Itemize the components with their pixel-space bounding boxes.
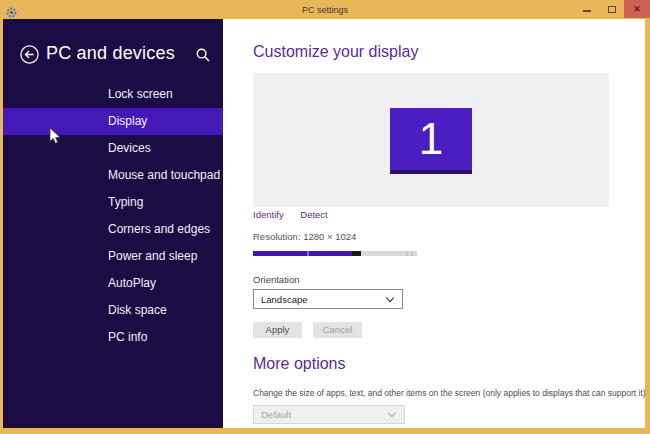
minimize-icon [583,10,591,12]
slider-end-tick [411,251,413,256]
monitor-1[interactable]: 1 [390,108,472,174]
sidebar-item-pc-info[interactable]: PC info [3,324,223,351]
chevron-down-icon [386,293,394,301]
scaling-description: Change the size of apps, text, and other… [253,388,646,398]
sidebar-item-mouse-and-touchpad[interactable]: Mouse and touchpad [3,162,223,189]
titlebar[interactable]: PC settings ✕ [0,0,650,19]
search-icon[interactable] [196,48,210,62]
sidebar-title: PC and devices [46,43,175,64]
sidebar-nav: Lock screen Display Devices Mouse and to… [3,81,223,351]
mouse-cursor-icon [49,127,61,145]
sidebar-item-autoplay[interactable]: AutoPlay [3,270,223,297]
chevron-down-icon [388,409,396,417]
more-options-heading: More options [253,355,346,373]
sidebar: PC and devices Lock screen Display Devic… [3,19,223,428]
sidebar-item-display[interactable]: Display [3,108,223,135]
orientation-value: Landscape [261,294,307,305]
identify-link[interactable]: Identify [253,209,284,220]
main-content: Customize your display 1 Identify Detect… [223,19,645,428]
window-controls: ✕ [574,0,650,18]
sidebar-item-lock-screen[interactable]: Lock screen [3,81,223,108]
sidebar-item-disk-space[interactable]: Disk space [3,297,223,324]
resolution-label: Resolution: 1280 × 1024 [253,231,356,242]
sidebar-item-corners-and-edges[interactable]: Corners and edges [3,216,223,243]
scaling-value: Default [261,409,291,420]
display-preview-area: 1 [253,73,609,207]
display-links: Identify Detect [253,209,342,220]
resolution-slider[interactable] [253,251,417,256]
close-button[interactable]: ✕ [624,0,650,18]
maximize-icon [608,6,616,13]
sidebar-header: PC and devices [3,45,223,67]
window-title: PC settings [0,5,650,15]
slider-fill [253,251,352,256]
close-icon: ✕ [633,5,641,14]
page-title: Customize your display [253,43,418,61]
slider-thumb[interactable] [352,251,361,256]
sidebar-item-power-and-sleep[interactable]: Power and sleep [3,243,223,270]
back-arrow-icon [20,45,39,64]
monitor-number-label: 1 [419,117,443,161]
orientation-dropdown[interactable]: Landscape [253,289,403,309]
window-body: PC and devices Lock screen Display Devic… [3,19,645,428]
maximize-button[interactable] [599,0,624,18]
slider-end-tick [406,251,408,256]
pc-settings-window: PC settings ✕ PC and devices [0,0,650,434]
slider-tick [307,251,309,256]
detect-link[interactable]: Detect [300,209,327,220]
back-button[interactable] [20,45,39,64]
orientation-label: Orientation [253,274,299,285]
sidebar-item-devices[interactable]: Devices [3,135,223,162]
button-row: Apply Cancel [253,322,373,338]
sidebar-item-typing[interactable]: Typing [3,189,223,216]
apply-button[interactable]: Apply [253,322,302,338]
scaling-dropdown: Default [253,405,405,424]
cancel-button[interactable]: Cancel [313,322,362,338]
minimize-button[interactable] [574,0,599,18]
